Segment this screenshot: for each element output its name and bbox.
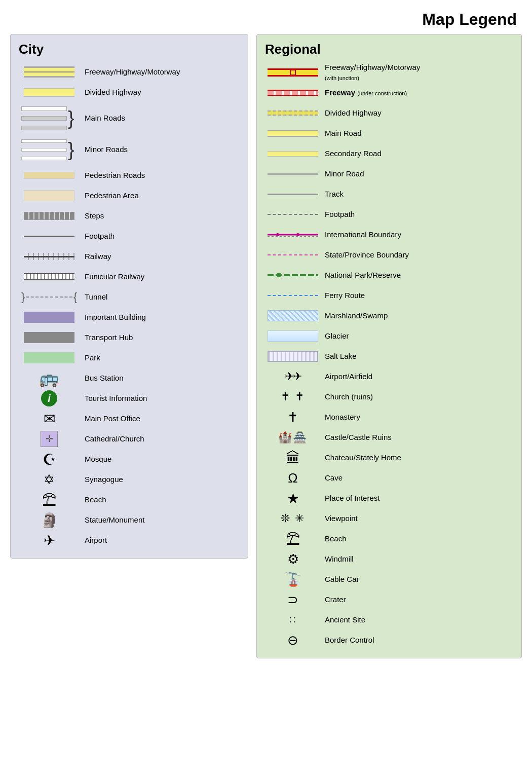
park-symbol (19, 352, 80, 363)
cathedral-symbol: ✛ (19, 431, 80, 447)
r-divided-symbol (265, 110, 321, 116)
list-item: Footpath (265, 205, 513, 224)
list-item: Salt Lake (265, 347, 513, 366)
important-building-symbol (19, 312, 80, 323)
list-item: Secondary Road (265, 144, 513, 163)
mosque-symbol: ☪ (19, 451, 80, 468)
list-item: Important Building (19, 308, 240, 327)
list-item: Transport Hub (19, 328, 240, 347)
ped-area-label: Pedestrian Area (80, 191, 139, 201)
airport-city-label: Airport (80, 535, 107, 545)
crater-icon: ⊃ (287, 592, 298, 608)
transport-hub-symbol (19, 332, 80, 343)
minor-roads-label: Minor Roads (80, 144, 128, 155)
r-national-park-label: National Park/Reserve (321, 270, 401, 280)
list-item: ✡ Synagogue (19, 470, 240, 489)
main-roads-symbol: } (19, 106, 80, 130)
list-item: National Park/Reserve (265, 266, 513, 285)
list-item: Pedestrian Area (19, 186, 240, 205)
statue-icon: 🗿 (41, 512, 58, 529)
list-item: 🏰🏯 Castle/Castle Ruins (265, 428, 513, 447)
r-secondary-label: Secondary Road (321, 149, 382, 159)
r-minor-label: Minor Road (321, 169, 364, 179)
list-item: Freeway/Highway/Motorway (19, 62, 240, 82)
r-freeway-label: Freeway/Highway/Motorway (with junction) (321, 62, 420, 82)
r-crater-symbol: ⊃ (265, 592, 321, 608)
r-marshland-label: Marshland/Swamp (321, 311, 388, 321)
umbrella-icon: ⛱ (42, 492, 56, 508)
cross-icon: ✛ (41, 431, 58, 447)
r-chateau-symbol: 🏛 (265, 450, 321, 466)
r-track-symbol (265, 194, 321, 195)
castle-icon: 🏰🏯 (278, 431, 308, 444)
ped-roads-label: Pedestrian Roads (80, 170, 145, 180)
airport-city-symbol: ✈ (19, 532, 80, 549)
r-cave-symbol: Ω (265, 470, 321, 486)
list-item: ✈ Airport (19, 531, 240, 550)
park-label: Park (80, 353, 100, 363)
list-item: 🚌 Bus Station (19, 368, 240, 388)
r-airport-symbol: ✈✈ (265, 370, 321, 383)
list-item: Freeway (under construction) (265, 83, 513, 102)
main-roads-label: Main Roads (80, 113, 125, 123)
r-beach-symbol: ⛱ (265, 531, 321, 547)
list-item: } Main Roads (19, 103, 240, 133)
post-office-symbol: ✉ (19, 411, 80, 427)
list-item: ☪ Mosque (19, 450, 240, 469)
funicular-symbol (19, 273, 80, 280)
list-item: ❊ ✳ Viewpoint (265, 509, 513, 528)
divided-label: Divided Highway (80, 87, 141, 97)
r-ferry-label: Ferry Route (321, 290, 365, 301)
list-item: i Tourist Information (19, 389, 240, 408)
city-heading: City (19, 42, 240, 57)
r-ancient-symbol: ∷ (265, 614, 321, 626)
r-beach-label: Beach (321, 534, 347, 544)
r-cablecar-symbol: 🚡 (265, 572, 321, 587)
footpath-label: Footpath (80, 231, 115, 241)
list-item: Ferry Route (265, 286, 513, 305)
r-divided-label: Divided Highway (321, 108, 382, 118)
bus-icon: 🚌 (39, 368, 59, 388)
beach-city-label: Beach (80, 495, 106, 505)
list-item: ✈✈ Airport/Airfield (265, 367, 513, 386)
steps-label: Steps (80, 211, 104, 221)
regional-heading: Regional (265, 42, 513, 57)
cave-icon: Ω (288, 470, 297, 486)
ancient-icon: ∷ (289, 614, 297, 626)
r-main-road-symbol (265, 130, 321, 137)
list-item: 🗿 Statue/Monument (19, 510, 240, 530)
r-poi-label: Place of Interest (321, 493, 379, 503)
tourist-info-symbol: i (19, 390, 80, 406)
list-item: } Minor Roads (19, 134, 240, 165)
r-footpath-label: Footpath (321, 209, 355, 219)
regional-panel: Regional Freeway/Highway/Motorway (with … (256, 34, 522, 658)
r-monastery-symbol: ✝ (265, 410, 321, 425)
r-poi-symbol: ★ (265, 490, 321, 507)
r-cave-label: Cave (321, 473, 343, 483)
chateau-icon: 🏛 (286, 450, 300, 466)
info-icon: i (41, 390, 57, 406)
railway-label: Railway (80, 251, 111, 262)
list-item: 🚡 Cable Car (265, 570, 513, 589)
r-glacier-symbol (265, 330, 321, 342)
cathedral-label: Cathedral/Church (80, 434, 144, 444)
list-item: ✝ Monastery (265, 408, 513, 427)
r-intl-boundary-label: International Boundary (321, 230, 401, 240)
r-marshland-symbol (265, 310, 321, 321)
ped-roads-symbol (19, 172, 80, 179)
list-item: State/Province Boundary (265, 245, 513, 265)
r-viewpoint-label: Viewpoint (321, 513, 358, 524)
list-item: 🏛 Chateau/Stately Home (265, 448, 513, 467)
r-freeway-uc-label: Freeway (under construction) (321, 88, 407, 98)
list-item: Ω Cave (265, 468, 513, 488)
list-item: Funicular Railway (19, 267, 240, 286)
list-item: Railway (19, 247, 240, 266)
statue-label: Statue/Monument (80, 515, 144, 525)
important-building-label: Important Building (80, 312, 146, 322)
tunnel-label: Tunnel (80, 292, 107, 302)
divided-symbol (19, 88, 80, 97)
r-crater-label: Crater (321, 595, 346, 605)
r-intl-boundary-symbol (265, 233, 321, 236)
freeway-label: Freeway/Highway/Motorway (80, 67, 180, 77)
r-windmill-symbol: ⚙ (265, 551, 321, 567)
